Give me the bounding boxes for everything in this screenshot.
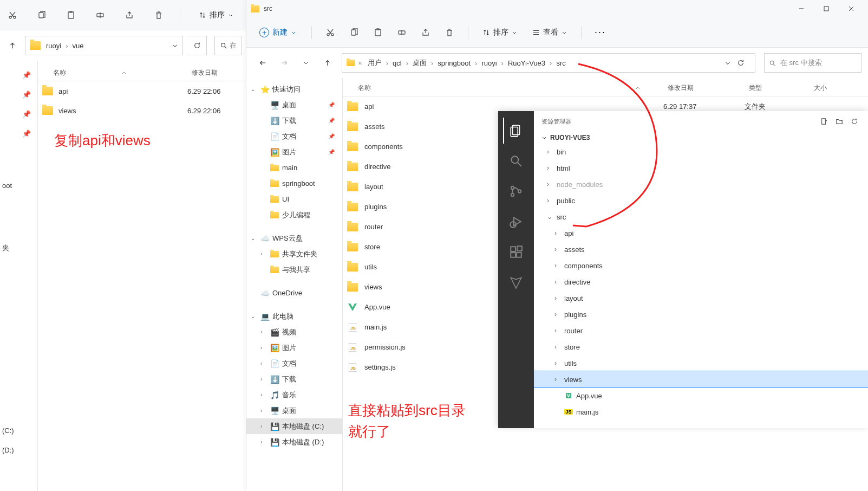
vscode-tree-item[interactable]: ›html (534, 160, 868, 176)
address-bar[interactable]: « 用户›qcl›桌面›springboot›ruoyi›RuoYi-Vue3›… (342, 53, 755, 73)
tree-item[interactable]: 少儿编程 (246, 207, 342, 223)
refresh-icon[interactable] (849, 115, 860, 127)
breadcrumb-item[interactable]: RuoYi-Vue3 (505, 58, 549, 68)
tree-item[interactable]: 📄文档📌 (246, 128, 342, 144)
tree-item[interactable]: 🖼️图片📌 (246, 144, 342, 160)
new-button[interactable]: + 新建 (253, 24, 303, 41)
new-file-icon[interactable] (818, 115, 830, 127)
breadcrumb-item[interactable]: ruoyi (478, 58, 500, 68)
pin-row[interactable]: 📌 (0, 104, 37, 124)
project-header[interactable]: RUOYI-VUE3 (534, 132, 868, 144)
vscode-tree-item[interactable]: ›directive (534, 274, 868, 290)
breadcrumb-item[interactable]: springboot (434, 58, 474, 68)
up-icon[interactable] (318, 53, 337, 73)
refresh-icon[interactable] (187, 36, 207, 55)
tree-item[interactable]: ›💾本地磁盘 (C:) (246, 418, 342, 434)
search-icon[interactable]: 在 (214, 36, 242, 55)
search-icon[interactable] (503, 148, 529, 174)
breadcrumb-item[interactable]: 桌面 (409, 57, 430, 69)
rename-icon[interactable] (392, 23, 412, 42)
paste-icon[interactable] (63, 7, 79, 23)
column-type[interactable]: 类型 (749, 83, 814, 93)
back-icon[interactable] (253, 53, 272, 73)
drive-d[interactable]: (D:) (0, 440, 37, 460)
vite-icon[interactable] (503, 269, 529, 295)
vscode-tree-item[interactable]: ›store (534, 339, 868, 355)
view-button[interactable]: 查看 (527, 25, 572, 40)
column-date[interactable]: 修改日期 (668, 83, 749, 93)
tree-item[interactable]: main (246, 160, 342, 176)
vscode-tree-item[interactable]: ›utils (534, 355, 868, 371)
up-icon[interactable] (4, 37, 21, 54)
explorer-icon[interactable] (503, 118, 529, 144)
address-bar[interactable]: ruoyi›vue (25, 36, 183, 55)
column-name[interactable]: 名称 (343, 83, 635, 93)
forward-icon[interactable] (275, 53, 294, 73)
share-icon[interactable] (416, 23, 435, 42)
rename-icon[interactable] (92, 7, 108, 23)
tree-item[interactable]: ⌄⭐快速访问 (246, 81, 342, 97)
tree-item[interactable]: 🖥️桌面📌 (246, 97, 342, 113)
breadcrumb-item[interactable]: 用户 (364, 57, 385, 69)
vscode-tree-item[interactable]: ›components (534, 257, 868, 274)
delete-icon[interactable] (440, 23, 459, 42)
vscode-tree-item[interactable]: JSmain.js (534, 404, 868, 420)
vscode-tree-item[interactable]: ›layout (534, 290, 868, 306)
pin-row[interactable]: 📌 (0, 85, 37, 104)
delete-icon[interactable] (151, 7, 167, 23)
refresh-icon[interactable] (731, 53, 750, 73)
breadcrumb-item[interactable]: qcl (389, 58, 405, 68)
column-date[interactable]: 修改日期 (192, 68, 246, 77)
tree-item[interactable]: ›🖼️图片 (246, 340, 342, 356)
sort-button[interactable]: 排序 (477, 25, 523, 40)
tree-item[interactable]: ›🖥️桌面 (246, 403, 342, 418)
source-control-icon[interactable] (503, 178, 529, 204)
drive-c[interactable]: (C:) (0, 421, 37, 440)
vscode-tree-item[interactable]: ›assets (534, 241, 868, 257)
vscode-tree-item[interactable]: ›router (534, 322, 868, 339)
tree-item[interactable]: ›🎵音乐 (246, 387, 342, 403)
search-input[interactable]: 在 src 中搜索 (764, 53, 862, 73)
pin-row[interactable]: 📌 (0, 124, 37, 143)
tree-item[interactable]: ›共享文件夹 (246, 246, 342, 262)
file-row[interactable]: views6.29 22:06 (38, 101, 246, 120)
minimize-button[interactable] (789, 0, 814, 17)
recent-icon[interactable] (296, 53, 316, 73)
vscode-tree-item[interactable]: ›views (534, 371, 868, 387)
tree-item[interactable]: ›📄文档 (246, 356, 342, 371)
vscode-tree-item[interactable]: VApp.vue (534, 387, 868, 404)
vscode-tree-item[interactable]: ›api (534, 225, 868, 241)
tree-item[interactable]: ›⬇️下载 (246, 371, 342, 387)
share-icon[interactable] (121, 7, 138, 23)
vscode-tree-item[interactable]: ›public (534, 192, 868, 209)
pin-row[interactable]: 📌 (0, 65, 37, 85)
column-size[interactable]: 大小 (814, 83, 868, 93)
vscode-tree-item[interactable]: ›bin (534, 144, 868, 160)
column-name[interactable]: 名称 (38, 68, 121, 77)
tree-item[interactable]: ›💾本地磁盘 (D:) (246, 434, 342, 450)
paste-icon[interactable] (368, 23, 388, 42)
cut-icon[interactable] (321, 23, 340, 42)
vscode-tree-item[interactable]: ›node_modules (534, 176, 868, 192)
copy-icon[interactable] (34, 7, 50, 23)
file-row[interactable]: api6.29 22:06 (38, 81, 246, 101)
cut-icon[interactable] (4, 7, 21, 23)
vscode-tree-item[interactable]: ›plugins (534, 306, 868, 322)
copy-icon[interactable] (344, 23, 364, 42)
breadcrumb-item[interactable]: vue (70, 41, 86, 51)
close-button[interactable] (839, 0, 864, 17)
tree-item[interactable]: UI (246, 191, 342, 207)
more-icon[interactable]: ··· (590, 24, 610, 40)
tree-item[interactable]: ›🎬视频 (246, 324, 342, 340)
extensions-icon[interactable] (503, 239, 529, 265)
debug-icon[interactable] (503, 209, 529, 235)
tree-item[interactable]: ⬇️下载📌 (246, 113, 342, 128)
tree-item[interactable]: 与我共享 (246, 262, 342, 277)
tree-item[interactable]: springboot (246, 176, 342, 191)
new-folder-icon[interactable] (833, 115, 845, 127)
breadcrumb-item[interactable]: src (553, 58, 569, 68)
tree-item[interactable]: ☁️OneDrive (246, 285, 342, 301)
vscode-tree-item[interactable]: ⌄src (534, 209, 868, 225)
tree-item[interactable]: ⌄☁️WPS云盘 (246, 230, 342, 246)
maximize-button[interactable] (814, 0, 839, 17)
